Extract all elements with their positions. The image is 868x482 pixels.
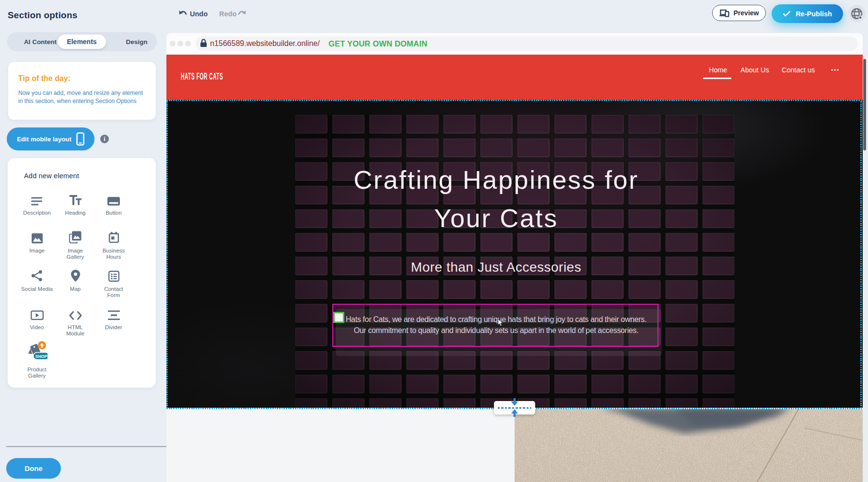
svg-text:SHOP: SHOP [35,354,47,359]
